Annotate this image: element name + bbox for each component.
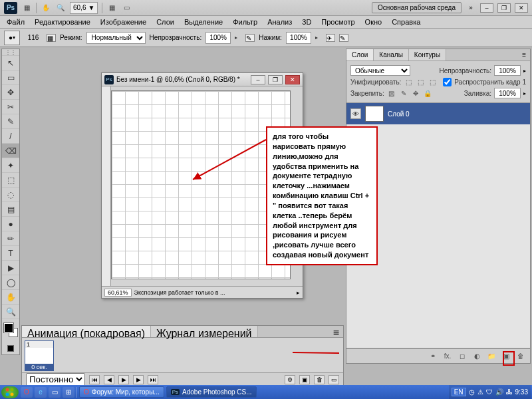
tablet-opacity-icon[interactable]: ✎ xyxy=(245,34,255,42)
prev-frame-button[interactable]: ◀ xyxy=(104,375,114,384)
tab-channels[interactable]: Каналы xyxy=(374,49,409,61)
quicklaunch-ie[interactable]: e xyxy=(35,387,47,398)
zoom-level[interactable]: 60,6▼ xyxy=(70,2,98,14)
unify-style-icon[interactable]: ⬚ xyxy=(428,77,437,86)
layer-thumbnail[interactable] xyxy=(365,106,384,122)
tray-network-icon[interactable]: 🖧 xyxy=(506,388,513,396)
menu-image[interactable]: Изображение xyxy=(96,17,150,27)
layer-mask-icon[interactable]: ◻ xyxy=(457,351,467,362)
doc-maximize[interactable]: ❐ xyxy=(268,75,283,84)
blend-mode-select[interactable]: Нормальный xyxy=(86,32,146,44)
fill-input[interactable] xyxy=(494,88,521,98)
propagate-checkbox[interactable] xyxy=(443,78,452,86)
panel-menu-icon[interactable]: ≡ xyxy=(518,49,530,61)
tool-pen[interactable]: ✏ xyxy=(2,231,19,246)
flow-input[interactable] xyxy=(286,32,311,44)
doc-minimize[interactable]: – xyxy=(251,75,265,84)
close-button[interactable]: ✕ xyxy=(515,3,528,13)
screen-mode-icon[interactable]: ▭ xyxy=(121,3,132,13)
tool-eraser[interactable]: ◌ xyxy=(2,188,19,202)
visibility-icon[interactable]: 👁 xyxy=(350,108,361,119)
link-layers-icon[interactable]: ⚭ xyxy=(428,351,438,362)
expand-icon[interactable]: » xyxy=(466,3,476,13)
first-frame-button[interactable]: ⏮ xyxy=(89,375,100,384)
opacity-input[interactable] xyxy=(205,32,231,44)
brush-panel-toggle[interactable]: ▦ xyxy=(47,34,56,42)
menu-file[interactable]: Файл xyxy=(3,17,29,27)
bridge-icon[interactable]: ▦ xyxy=(21,3,32,13)
tool-lasso[interactable]: ✥ xyxy=(2,85,19,100)
loop-select[interactable]: Постоянно xyxy=(26,373,85,386)
opacity-arrow[interactable]: ▸ xyxy=(235,35,241,41)
tool-history-brush[interactable]: ⬚ xyxy=(2,173,19,188)
last-frame-button[interactable]: ⏭ xyxy=(148,375,158,384)
taskbar-task-photoshop[interactable]: PsAdobe Photoshop CS... xyxy=(166,386,257,398)
layer-style-icon[interactable]: fx. xyxy=(442,351,453,362)
brush-preview[interactable]: ●▾ xyxy=(4,31,20,45)
menu-3d[interactable]: 3D xyxy=(298,17,315,27)
minimize-button[interactable]: – xyxy=(480,3,493,13)
tool-marquee[interactable]: ▭ xyxy=(2,70,19,85)
maximize-button[interactable]: ❐ xyxy=(497,3,511,13)
lock-pixels-icon[interactable]: ✎ xyxy=(399,88,408,98)
menu-edit[interactable]: Редактирование xyxy=(31,17,94,27)
tablet-size-icon[interactable]: ✎ xyxy=(339,34,348,42)
adjustment-layer-icon[interactable]: ◐ xyxy=(471,351,482,362)
menu-filter[interactable]: Фильтр xyxy=(229,17,261,27)
airbrush-icon[interactable]: ✈ xyxy=(326,34,335,42)
tool-stamp[interactable]: ✦ xyxy=(2,158,19,173)
menu-help[interactable]: Справка xyxy=(388,17,424,27)
foreground-color[interactable] xyxy=(4,323,13,332)
tool-hand[interactable]: ✋ xyxy=(2,290,19,305)
doc-close[interactable]: ✕ xyxy=(285,75,300,84)
tool-zoom[interactable]: 🔍 xyxy=(2,305,19,319)
play-button[interactable]: ▶ xyxy=(118,375,129,384)
frame-delay[interactable]: 0 сек. xyxy=(25,364,53,370)
tool-type[interactable]: T xyxy=(2,246,19,261)
delete-layer-icon[interactable]: 🗑 xyxy=(515,351,526,362)
menu-view[interactable]: Просмотр xyxy=(317,17,358,27)
clock[interactable]: 9:33 xyxy=(515,388,528,396)
animation-frame[interactable]: 1 0 сек. xyxy=(25,340,54,371)
tween-button[interactable]: ⚙ xyxy=(285,375,295,384)
tab-paths[interactable]: Контуры xyxy=(409,49,446,61)
lock-all-icon[interactable]: 🔒 xyxy=(423,88,432,98)
duplicate-frame-button[interactable]: ▣ xyxy=(299,375,310,384)
quicklaunch-desktop[interactable]: ▭ xyxy=(49,387,61,398)
start-button[interactable] xyxy=(1,386,19,398)
tab-animation[interactable]: Анимация (покадровая) xyxy=(22,326,151,337)
quickmask-toggle[interactable] xyxy=(2,342,19,354)
unify-visibility-icon[interactable]: ⬚ xyxy=(416,77,425,86)
taskbar-task-forum[interactable]: OФорум: Мир, которы... xyxy=(79,386,164,398)
tray-icon[interactable]: ⚠ xyxy=(477,388,483,396)
tool-blur[interactable]: ● xyxy=(2,217,19,231)
quicklaunch-opera[interactable]: O xyxy=(21,387,33,398)
hand-icon[interactable]: ✋ xyxy=(41,3,51,13)
layer-item[interactable]: 👁 Слой 0 xyxy=(346,103,530,124)
tool-move[interactable]: ↖ xyxy=(2,56,19,70)
delete-frame-button[interactable]: 🗑 xyxy=(314,375,325,384)
layer-blend-mode[interactable]: Обычные xyxy=(350,65,410,76)
workspace-switcher[interactable]: Основная рабочая среда xyxy=(372,2,462,13)
document-titlebar[interactable]: Ps Без имени-1 @ 60,6% (Слой 0, RGB/8) *… xyxy=(102,73,303,86)
lock-position-icon[interactable]: ✥ xyxy=(411,88,420,98)
view-icon[interactable]: ▦ xyxy=(106,3,117,13)
color-swatches[interactable] xyxy=(2,322,19,340)
layer-name[interactable]: Слой 0 xyxy=(388,110,410,118)
timeline-mode-button[interactable]: ▭ xyxy=(329,375,339,384)
tool-shape[interactable]: ◯ xyxy=(2,275,19,290)
next-frame-button[interactable]: ▶ xyxy=(133,375,144,384)
tool-gradient[interactable]: ▤ xyxy=(2,202,19,217)
layer-group-icon[interactable]: 📁 xyxy=(486,351,497,362)
menu-select[interactable]: Выделение xyxy=(180,17,227,27)
tool-path[interactable]: ▶ xyxy=(2,261,19,275)
toolbox-handle[interactable]: ⋮⋮ xyxy=(2,49,19,56)
status-zoom[interactable]: 60,61% xyxy=(104,289,132,297)
unify-position-icon[interactable]: ⬚ xyxy=(404,77,413,86)
menu-window[interactable]: Окно xyxy=(361,17,386,27)
tool-healing[interactable]: / xyxy=(2,129,19,144)
tray-icon[interactable]: ◷ xyxy=(469,388,475,396)
zoom-icon[interactable]: 🔍 xyxy=(55,3,66,13)
flow-arrow[interactable]: ▸ xyxy=(315,35,322,41)
menu-layers[interactable]: Слои xyxy=(152,17,178,27)
